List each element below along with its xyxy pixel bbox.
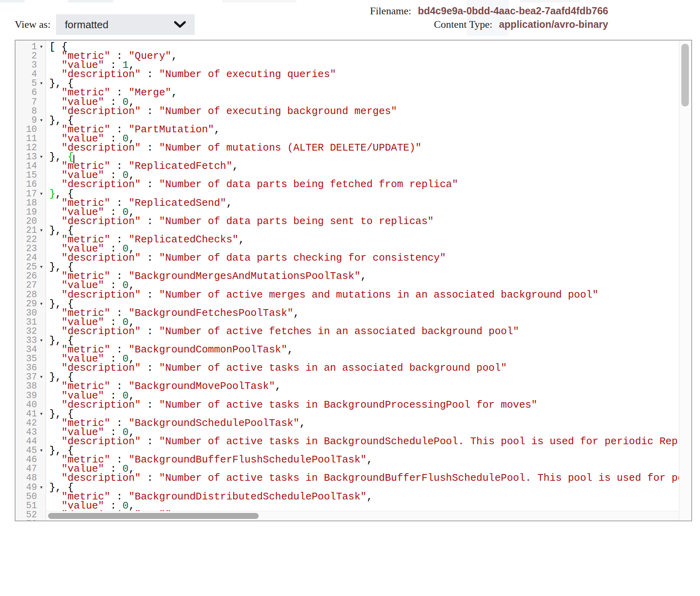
code-line[interactable]: "description" : "Number of active fetche…	[49, 327, 691, 336]
line-number: 2	[15, 52, 37, 61]
token-s: "ReplicatedFetch"	[129, 161, 232, 172]
code-line[interactable]: "metric" : "BackgroundMovePoolTask",	[49, 382, 691, 391]
code-line[interactable]: "metric" : "BackgroundBufferFlushSchedul…	[49, 455, 691, 464]
token-p: :	[141, 179, 159, 190]
code-line[interactable]: "metric" : "BackgroundCommonPoolTask",	[49, 345, 691, 354]
token-p: :	[141, 362, 159, 374]
fold-arrow-icon[interactable]: ▾	[37, 263, 46, 272]
line-number: 7	[15, 98, 37, 107]
json-code-editor[interactable]: 1▾2345▾6789▾10111213▾14151617▾18192021▾2…	[15, 40, 692, 521]
token-p: :	[141, 216, 159, 227]
line-number: 51	[15, 501, 37, 511]
line-number: 46	[15, 455, 37, 464]
token-p: :	[141, 289, 159, 301]
code-line[interactable]: "description" : "Number of active tasks …	[49, 437, 691, 446]
content-type-label: Content Type:	[434, 19, 492, 30]
line-number: 24	[15, 253, 37, 263]
code-line[interactable]: "description" : "Number of active tasks …	[49, 401, 691, 410]
fold-arrow-icon[interactable]: ▾	[37, 373, 46, 382]
line-number: 33	[15, 336, 37, 345]
token-s: "ReplicatedSend"	[129, 197, 226, 209]
token-p: :	[141, 252, 159, 264]
fold-arrow-icon[interactable]: ▾	[37, 226, 46, 235]
line-number: 50	[15, 492, 37, 501]
token-p: ,	[226, 197, 232, 209]
line-number: 34	[15, 345, 37, 354]
code-line[interactable]: "metric" : "ReplicatedSend",	[49, 199, 691, 208]
fold-arrow-icon[interactable]: ▾	[37, 446, 46, 455]
vertical-scrollbar-thumb[interactable]	[681, 44, 689, 106]
code-line[interactable]: "metric" : "PartMutation",	[49, 125, 691, 134]
fold-arrow-icon[interactable]: ▾	[37, 153, 46, 162]
code-line[interactable]: "description" : "Number of active merges…	[49, 290, 691, 300]
token-p: ,	[367, 491, 373, 503]
line-number: 23	[15, 244, 37, 253]
fold-arrow-icon[interactable]: ▾	[37, 190, 46, 199]
fold-arrow-icon[interactable]: ▾	[37, 336, 46, 345]
code-line[interactable]: "metric" : "BackgroundSchedulePoolTask",	[49, 419, 691, 428]
fold-arrow-icon[interactable]: ▾	[37, 300, 46, 309]
line-number: 28	[15, 290, 37, 300]
token-p: :	[141, 326, 159, 337]
line-number: 27	[15, 281, 37, 290]
fold-arrow-icon[interactable]: ▾	[37, 410, 46, 419]
token-p: ,	[293, 308, 299, 319]
token-p: :	[141, 399, 159, 411]
token-s: "BackgroundBufferFlushSchedulePoolTask"	[129, 454, 367, 466]
line-number: 21	[15, 226, 37, 235]
line-number: 6	[15, 88, 37, 97]
token-s: "Number of data parts checking for consi…	[159, 252, 446, 264]
editor-code-area[interactable]: [ { "metric" : "Query", "value" : 1, "de…	[46, 41, 691, 521]
code-line[interactable]: "description" : "Number of active tasks …	[49, 474, 691, 483]
line-number: 49	[15, 483, 37, 492]
code-line[interactable]: "description" : "Number of executing bac…	[49, 107, 691, 116]
token-p: :	[141, 69, 159, 80]
line-number: 45	[15, 446, 37, 455]
code-line[interactable]: "metric" : "ReplicatedChecks",	[49, 235, 691, 244]
code-line[interactable]: "description" : "Number of data parts be…	[49, 180, 691, 189]
line-number: 48	[15, 474, 37, 483]
token-s: "ReplicatedChecks"	[129, 234, 238, 246]
line-number: 25	[15, 263, 37, 272]
horizontal-scrollbar[interactable]	[46, 511, 679, 521]
horizontal-scrollbar-thumb[interactable]	[48, 513, 259, 519]
code-line[interactable]: "metric" : "BackgroundDistributedSchedul…	[49, 492, 691, 501]
view-as-select[interactable]: formatted	[56, 14, 195, 35]
token-s: "BackgroundSchedulePoolTask"	[129, 418, 300, 429]
filename-value: bd4c9e9a-0bdd-4aac-bea2-7aafd4fdb766	[418, 5, 608, 16]
token-s: "Query"	[129, 50, 172, 62]
view-as-row: View as: formatted	[15, 14, 195, 35]
fold-arrow-icon[interactable]: ▾	[37, 116, 46, 125]
text-cursor	[73, 155, 74, 164]
line-number: 16	[15, 180, 37, 189]
token-s: "BackgroundDistributedSchedulePoolTask"	[129, 491, 367, 503]
code-line[interactable]: "metric" : "BackgroundFetchesPoolTask",	[49, 309, 691, 318]
line-number: 14	[15, 162, 37, 171]
line-number: 30	[15, 309, 37, 318]
line-number: 4	[15, 70, 37, 79]
line-number: 47	[15, 464, 37, 474]
line-number: 12	[15, 143, 37, 153]
code-line[interactable]: "description" : "Number of data parts be…	[49, 217, 691, 226]
fold-arrow-icon[interactable]: ▾	[37, 79, 46, 88]
vertical-scrollbar[interactable]	[679, 41, 691, 521]
code-line[interactable]: "metric" : "Merge",	[49, 88, 691, 97]
line-number: 41	[15, 410, 37, 419]
fold-arrow-icon[interactable]: ▾	[37, 43, 46, 52]
code-line[interactable]: "description" : "Number of data parts ch…	[49, 253, 691, 263]
code-line[interactable]: "description" : "Number of mutations (AL…	[49, 143, 691, 153]
line-number: 44	[15, 437, 37, 446]
token-s: "Number of data parts being sent to repl…	[159, 216, 433, 227]
token-p: ,	[171, 87, 177, 99]
code-line[interactable]: "description" : "Number of active tasks …	[49, 364, 691, 373]
code-line[interactable]: "description" : "Number of executing que…	[49, 70, 691, 79]
token-p: ,	[300, 418, 306, 429]
token-p: ,	[360, 271, 366, 282]
token-s: "Number of active tasks in BackgroundPro…	[159, 399, 537, 411]
code-line[interactable]: "metric" : "Query",	[49, 52, 691, 61]
fold-arrow-icon[interactable]: ▾	[37, 483, 46, 492]
code-line[interactable]: "metric" : "BackgroundMergesAndMutations…	[49, 272, 691, 281]
code-line[interactable]: "metric" : "ReplicatedFetch",	[49, 162, 691, 171]
file-info: Filename: bd4c9e9a-0bdd-4aac-bea2-7aafd4…	[370, 5, 608, 32]
line-number: 40	[15, 401, 37, 410]
